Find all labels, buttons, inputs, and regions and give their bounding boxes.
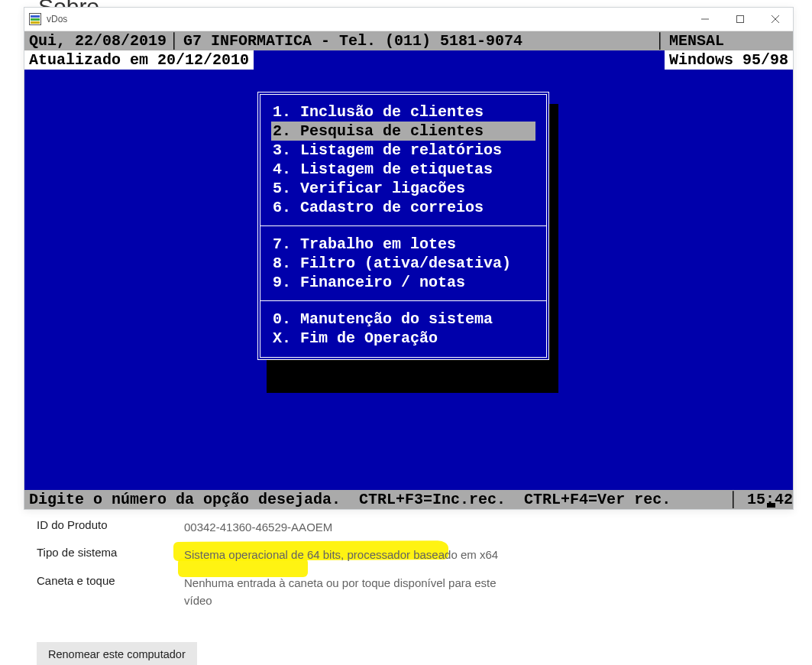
- menu-separator: [260, 300, 546, 301]
- menu-item[interactable]: 4. Listagem de etiquetas: [271, 160, 535, 179]
- setting-label: Tipo de sistema: [37, 546, 184, 559]
- spacer: [254, 50, 665, 70]
- setting-value: Nenhuma entrada à caneta ou por toque di…: [184, 574, 526, 610]
- dos-date: Qui, 22/08/2019: [24, 31, 170, 50]
- menu-item[interactable]: 8. Filtro (ativa/desativa): [271, 254, 535, 273]
- rename-computer-button[interactable]: Renomear este computador: [37, 642, 197, 665]
- window-title: vDos: [47, 14, 687, 24]
- dos-status-right: Windows 95/98: [665, 50, 793, 70]
- svg-rect-1: [737, 16, 744, 23]
- separator: │: [170, 31, 179, 50]
- setting-label: Caneta e toque: [37, 574, 184, 587]
- menu-separator: [260, 225, 546, 226]
- setting-label: ID do Produto: [37, 518, 184, 531]
- menu-item[interactable]: 7. Trabalho em lotes: [271, 235, 535, 254]
- menu-item[interactable]: 6. Cadastro de correios: [271, 198, 535, 217]
- dos-terminal[interactable]: Qui, 22/08/2019 │ G7 INFORMATICA - Tel. …: [24, 31, 793, 509]
- dos-menu: 1. Inclusão de clientes2. Pesquisa de cl…: [257, 92, 549, 360]
- dos-status-row: Atualizado em 20/12/2010 Windows 95/98: [24, 50, 793, 70]
- vdos-window: vDos Qui, 22/08/2019 │ G7 INFORMATICA - …: [24, 7, 794, 510]
- menu-item[interactable]: 1. Inclusão de clientes: [271, 102, 535, 122]
- close-button[interactable]: [758, 8, 793, 31]
- dos-clock: 15:42: [742, 490, 793, 509]
- dos-status-left: Atualizado em 20/12/2010: [24, 50, 254, 70]
- menu-item[interactable]: 3. Listagem de relatórios: [271, 141, 535, 160]
- minimize-button[interactable]: [687, 8, 723, 31]
- dos-topbar: Qui, 22/08/2019 │ G7 INFORMATICA - Tel. …: [24, 31, 793, 50]
- cursor-icon: [767, 503, 775, 508]
- menu-item[interactable]: 5. Verificar ligacões: [271, 179, 535, 198]
- dos-mode: MENSAL: [665, 31, 793, 50]
- menu-item[interactable]: 9. Financeiro / notas: [271, 273, 535, 292]
- setting-row: Caneta e toqueNenhuma entrada à caneta o…: [37, 574, 526, 610]
- system-settings-panel: ID do Produto00342-41360-46529-AAOEMTipo…: [37, 518, 526, 619]
- menu-item[interactable]: X. Fim de Operação: [271, 329, 535, 348]
- maximize-button[interactable]: [723, 8, 758, 31]
- setting-row: ID do Produto00342-41360-46529-AAOEM: [37, 518, 526, 536]
- menu-item[interactable]: 0. Manutenção do sistema: [271, 310, 535, 329]
- dos-company: G7 INFORMATICA - Tel. (011) 5181-9074: [179, 31, 655, 50]
- menu-item[interactable]: 2. Pesquisa de clientes: [271, 122, 535, 141]
- window-controls: [687, 8, 793, 31]
- app-icon: [29, 13, 41, 25]
- dos-body: 1. Inclusão de clientes2. Pesquisa de cl…: [24, 70, 793, 490]
- dos-bottombar: Digite o número da opção desejada. CTRL+…: [24, 490, 793, 509]
- setting-value: Sistema operacional de 64 bits, processa…: [184, 546, 526, 563]
- separator: │: [655, 31, 665, 50]
- separator: │: [724, 490, 742, 509]
- setting-row: Tipo de sistemaSistema operacional de 64…: [37, 546, 526, 563]
- setting-value: 00342-41360-46529-AAOEM: [184, 518, 526, 536]
- dos-prompt: Digite o número da opção desejada. CTRL+…: [24, 490, 724, 509]
- window-titlebar[interactable]: vDos: [24, 8, 793, 31]
